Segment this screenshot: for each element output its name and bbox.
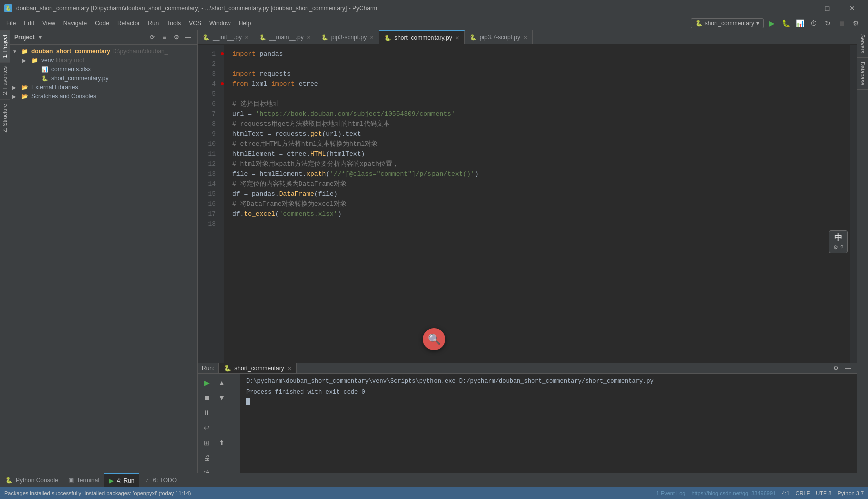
tree-short-commentary[interactable]: 🐍 short_commentary.py [10, 74, 197, 83]
left-tool-tabs: 1: Project 2: Favorites Z: Structure [0, 30, 10, 473]
search-float-button[interactable]: 🔍 [423, 328, 445, 350]
sync-icon[interactable]: ⟳ [147, 32, 157, 42]
editor-scrollbar[interactable] [850, 45, 857, 363]
csdn-link[interactable]: https://blog.csdn.net/qq_33496991 [691, 490, 776, 496]
menu-edit[interactable]: Edit [20, 18, 38, 29]
collapse-icon[interactable]: ≡ [159, 32, 169, 42]
event-log-link[interactable]: 1 Event Log [656, 490, 686, 496]
run-minimize-icon[interactable]: — [843, 363, 853, 373]
menu-file[interactable]: File [2, 18, 20, 29]
line-num-7: 7 [198, 109, 220, 119]
settings-icon[interactable]: ⚙ [850, 17, 862, 29]
maximize-button[interactable]: □ [816, 0, 839, 16]
terminal-output: D:\pycharm\douban_short_commentary\venv\… [240, 374, 857, 473]
line-num-13: 13 [198, 169, 220, 179]
menu-view[interactable]: View [38, 18, 59, 29]
scroll-up-btn[interactable]: ▲ [215, 376, 229, 390]
tab-pip3[interactable]: 🐍 pip3-script.py ✕ [316, 30, 379, 44]
debug-button[interactable]: 🐛 [780, 17, 792, 29]
menu-window[interactable]: Window [205, 18, 235, 29]
scroll-down-btn[interactable]: ▼ [215, 391, 229, 405]
expand-button[interactable]: ⬆ [215, 436, 229, 450]
run-tab-short[interactable]: 🐍 short_commentary ✕ [219, 363, 296, 373]
menu-bar: File Edit View Navigate Code Refactor Ru… [0, 16, 868, 30]
line-num-17: 17 [198, 209, 220, 219]
code-editor[interactable]: 1 2 3 4 5 6 7 8 9 10 11 12 13 14 15 16 1 [198, 45, 857, 363]
tab-icon-init: 🐍 [203, 34, 210, 41]
ime-settings-icon[interactable]: ⚙ [833, 244, 838, 251]
reload-button[interactable]: ↻ [822, 17, 834, 29]
database-tab[interactable]: Database [857, 58, 868, 90]
run-config-dropdown[interactable]: 🐍 short_commentary ▾ [691, 18, 764, 28]
project-root-path: D:\pycharm\douban_ [112, 48, 168, 55]
tab-short-commentary[interactable]: 🐍 short_commentary.py ✕ [379, 30, 465, 44]
tree-external-libs[interactable]: ▶ 📂 External Libraries [10, 83, 197, 92]
code-line-9: htmlText = requests.get(url).text [232, 129, 842, 139]
minimize-button[interactable]: — [791, 0, 814, 16]
terminal-tab[interactable]: ▣ Terminal [63, 473, 104, 487]
tab-main-py[interactable]: 🐍 __main__.py ✕ [254, 30, 316, 44]
tab-init-py[interactable]: 🐍 __init__.py ✕ [198, 30, 254, 44]
menu-vcs[interactable]: VCS [185, 18, 205, 29]
close-button[interactable]: ✕ [841, 0, 864, 16]
tree-comments-xlsx[interactable]: 📊 comments.xlsx [10, 65, 197, 74]
tree-scratches[interactable]: ▶ 📂 Scratches and Consoles [10, 92, 197, 101]
profile-button[interactable]: ⏱ [808, 17, 820, 29]
run-tool-icon: ▶ [109, 477, 114, 484]
tab-close-pip3[interactable]: ✕ [370, 35, 374, 40]
servers-tab[interactable]: Servers [857, 30, 868, 58]
pause-button[interactable]: ⏸ [200, 406, 214, 420]
wrap-button[interactable]: ↩ [200, 421, 214, 435]
short-commentary-name: short_commentary.py [51, 75, 109, 82]
tree-root-folder[interactable]: ▼ 📁 douban_short_commentary D:\pycharm\d… [10, 47, 197, 56]
python-console-icon: 🐍 [5, 477, 13, 484]
run-tool-tab[interactable]: ▶ 4: Run [104, 473, 139, 487]
py-icon: 🐍 [40, 75, 49, 82]
coverage-button[interactable]: 📊 [794, 17, 806, 29]
tab-pip37[interactable]: 🐍 pip3.7-script.py ✕ [465, 30, 533, 44]
project-arrow[interactable]: ▾ [39, 34, 42, 41]
python-console-tab[interactable]: 🐍 Python Console [0, 473, 63, 487]
delete-button[interactable]: 🗑 [200, 466, 214, 473]
menu-help[interactable]: Help [235, 18, 255, 29]
tab-icon-pip3: 🐍 [321, 34, 328, 41]
menu-code[interactable]: Code [91, 18, 113, 29]
code-line-3: import requests [232, 69, 842, 79]
settings-icon[interactable]: ⚙ [171, 32, 181, 42]
python-console-label: Python Console [16, 477, 58, 484]
menu-run[interactable]: Run [144, 18, 163, 29]
menu-navigate[interactable]: Navigate [59, 18, 91, 29]
stop-button[interactable]: ⏹ [836, 17, 848, 29]
run-settings-icon[interactable]: ⚙ [831, 363, 841, 373]
menu-refactor[interactable]: Refactor [113, 18, 144, 29]
bottom-tool-tabs: 🐍 Python Console ▣ Terminal ▶ 4: Run ☑ 6… [0, 473, 868, 487]
run-label: Run: [198, 363, 219, 373]
menu-tools[interactable]: Tools [163, 18, 185, 29]
structure-tab[interactable]: Z: Structure [0, 99, 10, 136]
stop-button[interactable]: ⏹ [200, 391, 214, 405]
tab-close-short[interactable]: ✕ [455, 35, 459, 41]
tree-venv[interactable]: ▶ 📁 venv library root [10, 56, 197, 65]
todo-tab[interactable]: ☑ 6: TODO [139, 473, 182, 487]
tab-close-pip37[interactable]: ✕ [523, 35, 527, 40]
run-tab-close[interactable]: ✕ [287, 366, 291, 371]
run-config-label: short_commentary [705, 20, 754, 27]
rerun-button[interactable]: ▶ [200, 376, 214, 390]
project-tab[interactable]: 1: Project [0, 30, 10, 62]
print-button[interactable]: 🖨 [200, 451, 214, 465]
app-icon: 🐍 [4, 4, 12, 12]
line-num-18: 18 [198, 219, 220, 229]
favorites-tab[interactable]: 2: Favorites [0, 62, 10, 99]
terminal-cursor [246, 398, 250, 405]
tab-icon-short: 🐍 [384, 35, 391, 41]
line-num-4: 4 [198, 79, 220, 89]
code-content[interactable]: import pandas import requests from lxml … [224, 45, 850, 363]
split-button[interactable]: ⊞ [200, 436, 214, 450]
comments-xlsx-name: comments.xlsx [51, 66, 91, 73]
ime-help-icon[interactable]: ? [840, 244, 843, 251]
tab-close-init[interactable]: ✕ [245, 35, 249, 40]
run-button[interactable]: ▶ [766, 17, 778, 29]
line-num-11: 11 [198, 149, 220, 159]
hide-panel-icon[interactable]: — [183, 32, 193, 42]
tab-close-main[interactable]: ✕ [307, 35, 311, 40]
